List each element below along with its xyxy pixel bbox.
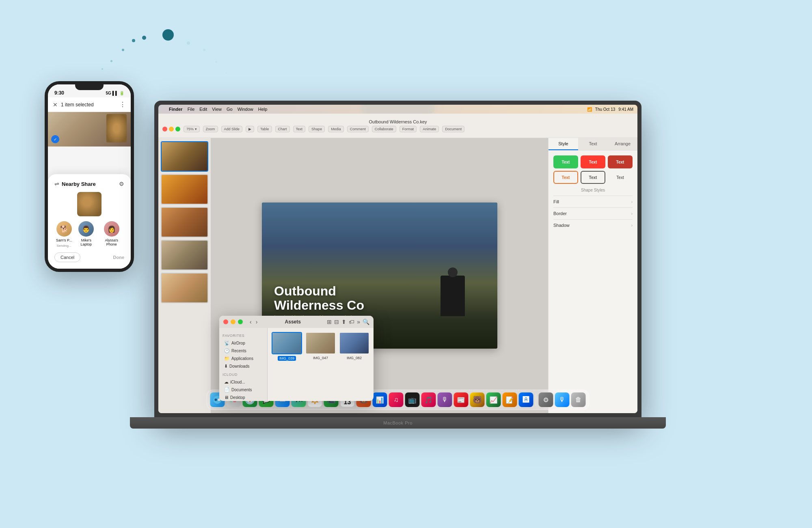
- zoom-tool[interactable]: Zoom: [203, 126, 218, 132]
- format-tab-text[interactable]: Text: [578, 138, 608, 150]
- slide-thumb-3-inner: [162, 208, 207, 237]
- finder-titlebar: ‹ › Assets ⊞ ⊟ ⬆ 🏷 » 🔍: [219, 316, 374, 328]
- dock-appletv[interactable]: 📺: [405, 392, 420, 407]
- device-item-mike[interactable]: 👨 Mike's Laptop: [75, 221, 97, 248]
- dock-keynote[interactable]: 📊: [373, 392, 387, 407]
- shape-btn[interactable]: Shape: [309, 126, 325, 132]
- finder-more-icon[interactable]: »: [357, 319, 360, 325]
- document-btn[interactable]: Document: [442, 126, 464, 132]
- shadow-row[interactable]: Shadow ›: [553, 219, 633, 231]
- finder-back-button[interactable]: ‹: [248, 319, 253, 325]
- device-item-alyssa[interactable]: 👩 Alyssa's Phone: [100, 221, 123, 248]
- finder-sidebar-downloads[interactable]: ⬇ Downloads: [222, 362, 264, 370]
- finder-sidebar-airdrop[interactable]: 📡 AirDrop: [222, 339, 264, 347]
- finder-sidebar-icloud[interactable]: ☁ iCloud...: [222, 378, 264, 386]
- shape-style-text-only[interactable]: Text: [608, 171, 633, 184]
- format-btn[interactable]: Format: [400, 126, 417, 132]
- shape-style-outline[interactable]: Text: [581, 171, 605, 184]
- slide-thumb-2[interactable]: [161, 174, 208, 205]
- finder-window-title: Assets: [261, 319, 324, 325]
- format-tab-style[interactable]: Style: [549, 138, 578, 150]
- nearby-share-title-row: ⇌ Nearby Share: [54, 181, 96, 187]
- text-btn[interactable]: Text: [293, 126, 306, 132]
- dock-trash[interactable]: 🗑: [571, 392, 586, 407]
- dock-pages[interactable]: 📝: [503, 392, 517, 407]
- slide-thumb-5[interactable]: [161, 273, 208, 303]
- shape-style-orange-outline[interactable]: Text: [553, 171, 578, 184]
- slide-thumb-1[interactable]: [161, 141, 208, 172]
- slide-thumb-3[interactable]: [161, 207, 208, 237]
- media-btn[interactable]: Media: [328, 126, 344, 132]
- add-slide-btn[interactable]: Add Slide: [221, 126, 243, 132]
- finder-toolbar-icons: ⊞ ⊟ ⬆ 🏷 » 🔍: [327, 319, 369, 325]
- zoom-control[interactable]: 75% ▾: [184, 126, 200, 132]
- settings-gear-icon[interactable]: ⚙: [119, 181, 124, 187]
- applications-icon: 📁: [224, 356, 230, 361]
- dock-itunes[interactable]: 🎵: [421, 392, 436, 407]
- dock-podcasts[interactable]: 🎙: [438, 392, 452, 407]
- decorative-dot-r3: [215, 61, 217, 63]
- documents-icon: 📄: [224, 387, 230, 392]
- dock-music[interactable]: ♫: [389, 392, 404, 407]
- window-minimize-button[interactable]: [169, 127, 174, 131]
- finder-sidebar: Favorites 📡 AirDrop 🕐 Recents 📁: [219, 328, 268, 401]
- fill-chevron-icon: ›: [631, 200, 633, 204]
- finder-body: Favorites 📡 AirDrop 🕐 Recents 📁: [219, 328, 374, 401]
- menubar-finder[interactable]: Finder: [169, 107, 183, 112]
- dock-appstore[interactable]: 🅰: [519, 392, 533, 407]
- format-panel: Style Text Arrange Text Text Text Text: [548, 138, 637, 413]
- finder-file-img047[interactable]: IMG_047: [305, 332, 336, 360]
- table-btn[interactable]: Table: [257, 126, 272, 132]
- format-tab-arrange[interactable]: Arrange: [608, 138, 637, 150]
- finder-minimize-button[interactable]: [231, 319, 235, 324]
- finder-sidebar-applications[interactable]: 📁 Applications: [222, 355, 264, 362]
- menubar-go[interactable]: Go: [227, 107, 233, 112]
- more-options-icon[interactable]: ⋮: [119, 101, 126, 108]
- menubar-window[interactable]: Window: [238, 107, 253, 112]
- shape-style-dark-red[interactable]: Text: [608, 155, 633, 168]
- animate-btn[interactable]: Animate: [420, 126, 439, 132]
- menubar: Finder File Edit View Go Window Help 📶 T…: [158, 105, 637, 114]
- window-close-button[interactable]: [162, 127, 167, 131]
- fill-row[interactable]: Fill ›: [553, 196, 633, 207]
- finder-fullscreen-button[interactable]: [238, 319, 243, 324]
- slide-thumb-4[interactable]: [161, 240, 208, 270]
- collaborate-btn[interactable]: Collaborate: [372, 126, 396, 132]
- device-item-sam[interactable]: 🐕 Sam's P... Sending...: [56, 221, 72, 248]
- finder-view-icon[interactable]: ⊞: [327, 319, 332, 325]
- finder-share-icon[interactable]: ⬆: [341, 319, 346, 325]
- menubar-help[interactable]: Help: [258, 107, 268, 112]
- finder-sidebar-documents[interactable]: 📄 Documents: [222, 386, 264, 394]
- dock-sysprefs[interactable]: ⚙: [539, 392, 553, 407]
- cancel-button[interactable]: Cancel: [54, 252, 80, 262]
- dock-bear2[interactable]: 🐻: [470, 392, 485, 407]
- dock-news[interactable]: 📰: [454, 392, 469, 407]
- border-row[interactable]: Border ›: [553, 207, 633, 219]
- chart-btn[interactable]: Chart: [275, 126, 290, 132]
- finder-tag-icon[interactable]: 🏷: [349, 319, 354, 325]
- done-button[interactable]: Done: [113, 255, 125, 260]
- desktop-icon: 🖥: [224, 395, 229, 400]
- finder-sidebar-desktop[interactable]: 🖥 Desktop: [222, 394, 264, 401]
- shape-style-green[interactable]: Text: [553, 155, 578, 168]
- finder-search-icon[interactable]: 🔍: [363, 319, 369, 325]
- finder-close-button[interactable]: [223, 319, 228, 324]
- recents-label: Recents: [231, 349, 246, 353]
- close-icon[interactable]: ✕: [53, 101, 58, 108]
- menubar-edit[interactable]: Edit: [199, 107, 207, 112]
- dock-numbers[interactable]: 📈: [486, 392, 501, 407]
- menubar-file[interactable]: File: [188, 107, 195, 112]
- finder-file-img082[interactable]: IMG_082: [339, 332, 369, 360]
- comment-btn[interactable]: Comment: [347, 126, 369, 132]
- menubar-view[interactable]: View: [212, 107, 222, 112]
- play-btn[interactable]: ▶: [246, 126, 254, 132]
- finder-file-img039[interactable]: IMG_039: [272, 332, 302, 361]
- fill-label: Fill: [553, 199, 559, 204]
- window-fullscreen-button[interactable]: [175, 127, 180, 131]
- shape-style-red[interactable]: Text: [581, 155, 605, 168]
- finder-grid-icon[interactable]: ⊟: [334, 319, 339, 325]
- finder-file-label-img039: IMG_039: [278, 356, 296, 361]
- dock-siri[interactable]: 🎙: [555, 392, 570, 407]
- finder-sidebar-recents[interactable]: 🕐 Recents: [222, 347, 264, 355]
- finder-forward-button[interactable]: ›: [255, 319, 259, 325]
